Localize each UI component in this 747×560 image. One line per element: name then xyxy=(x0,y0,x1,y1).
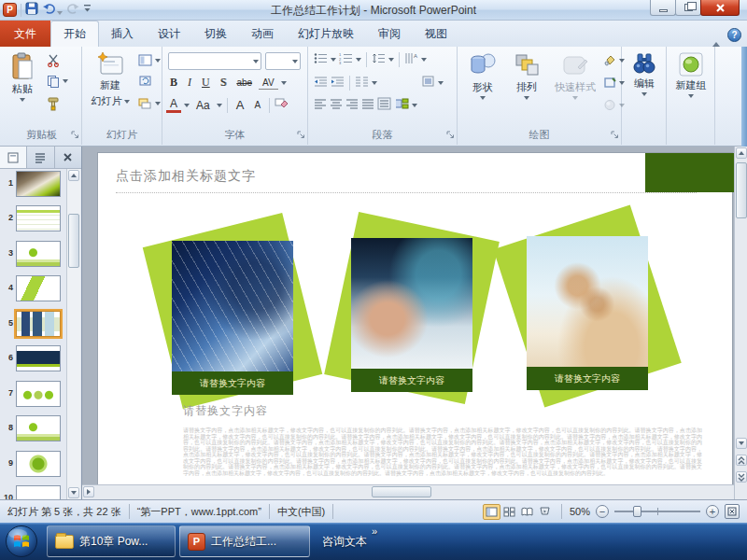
green-corner-shape[interactable] xyxy=(645,153,734,192)
slide-canvas[interactable]: 点击添加相关标题文字 请替换文字内容 请替换文字内容 请替换文字内容 请替换文字… xyxy=(97,152,733,499)
align-right-button[interactable] xyxy=(345,98,359,113)
zoom-out-button[interactable]: − xyxy=(596,505,609,518)
section-button[interactable] xyxy=(138,97,161,109)
tab-animations[interactable]: 动画 xyxy=(239,21,286,47)
line-spacing-button[interactable] xyxy=(372,52,386,67)
bold-button[interactable]: B xyxy=(166,75,181,91)
columns-button[interactable] xyxy=(355,76,369,91)
slide-thumbnail-7[interactable]: 7 xyxy=(0,381,67,407)
slide-thumbnail-5-selected[interactable]: 5 xyxy=(0,311,67,337)
collapse-ribbon-button[interactable] xyxy=(712,29,720,42)
photo-stairs[interactable] xyxy=(172,241,293,371)
scroll-down-button[interactable] xyxy=(736,438,747,449)
close-pane-button[interactable] xyxy=(55,147,81,168)
fit-to-window-button[interactable] xyxy=(725,504,740,519)
vertical-scrollbar[interactable] xyxy=(734,147,747,499)
decrease-indent-button[interactable] xyxy=(314,76,328,91)
scroll-up-button[interactable] xyxy=(68,170,79,181)
clear-formatting-button[interactable] xyxy=(275,97,289,113)
text-direction-button[interactable]: A xyxy=(404,52,418,67)
arrange-button[interactable]: 排列 xyxy=(506,49,547,135)
slide-title-placeholder[interactable]: 点击添加相关标题文字 xyxy=(116,168,256,185)
distribute-button[interactable] xyxy=(377,97,391,113)
font-dialog-launcher[interactable] xyxy=(297,129,305,142)
zoom-slider-thumb[interactable] xyxy=(633,506,641,517)
font-color-button[interactable]: A xyxy=(166,98,181,113)
photo-gears-hand[interactable] xyxy=(527,236,648,367)
horizontal-scrollbar[interactable] xyxy=(82,484,734,499)
new-slide-button[interactable]: 新建 幻灯片 xyxy=(86,49,134,135)
caption-bar[interactable]: 请替换文字内容 xyxy=(351,369,472,392)
tab-view[interactable]: 视图 xyxy=(413,21,459,47)
start-button[interactable] xyxy=(5,525,38,560)
scroll-right-button[interactable] xyxy=(83,486,94,497)
numbering-button[interactable]: 123 xyxy=(339,52,353,67)
drawing-dialog-launcher[interactable] xyxy=(611,129,619,142)
tab-outline[interactable] xyxy=(27,147,54,168)
taskbar-item-powerpoint[interactable]: P 工作总结工... xyxy=(179,525,310,557)
reading-view-button[interactable] xyxy=(518,504,536,520)
scrollbar-thumb[interactable] xyxy=(736,162,747,218)
slide-thumbnail-2[interactable]: 2 xyxy=(0,205,67,231)
tab-slideshow[interactable]: 幻灯片放映 xyxy=(286,21,366,47)
help-button[interactable]: ? xyxy=(727,28,741,42)
restore-button[interactable] xyxy=(675,0,701,16)
strikethrough-button[interactable]: abe xyxy=(233,77,256,89)
paragraph-dialog-launcher[interactable] xyxy=(446,129,455,142)
editing-button[interactable]: 编辑 xyxy=(625,49,664,135)
scrollbar-thumb[interactable] xyxy=(68,214,79,268)
taskbar-toolbar-text[interactable]: 咨询文本 xyxy=(322,534,367,550)
next-slide-button[interactable] xyxy=(736,471,747,483)
tab-transitions[interactable]: 切换 xyxy=(192,21,239,47)
grow-font-button[interactable]: A xyxy=(233,97,248,113)
caption-bar[interactable]: 请替换文字内容 xyxy=(172,371,293,395)
slide-thumbnail-4[interactable]: 4 xyxy=(0,275,67,301)
slide-thumbnail-8[interactable]: 8 xyxy=(0,415,67,441)
slide-thumbnail-1[interactable]: 1 xyxy=(0,171,67,197)
paste-button[interactable]: 粘贴 xyxy=(6,49,39,135)
slide-layout-button[interactable] xyxy=(138,54,161,66)
copy-button[interactable] xyxy=(47,75,68,88)
font-name-combobox[interactable] xyxy=(168,52,261,70)
new-group-button[interactable]: 新建组 xyxy=(669,49,712,135)
minimize-button[interactable] xyxy=(650,0,676,16)
normal-view-button[interactable] xyxy=(483,504,500,520)
section-heading[interactable]: 请替换文字内容 xyxy=(183,403,268,419)
zoom-slider[interactable] xyxy=(614,511,700,512)
scrollbar-thumb[interactable] xyxy=(372,486,431,497)
clipboard-dialog-launcher[interactable] xyxy=(71,129,79,142)
format-painter-button[interactable] xyxy=(47,97,61,111)
convert-smartart-button[interactable] xyxy=(394,97,409,113)
tray-overflow-chevron[interactable]: » xyxy=(372,525,377,537)
shapes-button[interactable]: 形状 xyxy=(463,49,502,135)
tab-review[interactable]: 审阅 xyxy=(366,21,413,47)
underline-button[interactable]: U xyxy=(198,75,214,91)
tab-design[interactable]: 设计 xyxy=(146,21,192,47)
font-size-combobox[interactable] xyxy=(265,52,301,70)
italic-button[interactable]: I xyxy=(184,75,195,91)
slide-sorter-view-button[interactable] xyxy=(500,504,518,520)
align-left-button[interactable] xyxy=(314,98,327,113)
tab-home[interactable]: 开始 xyxy=(50,21,99,47)
language-indicator[interactable]: 中文(中国) xyxy=(277,505,325,519)
increase-indent-button[interactable] xyxy=(331,76,345,91)
slide-thumbnail-9[interactable]: 9 xyxy=(0,451,67,477)
body-text-placeholder[interactable]: 请替换文字内容，点击添加相关标题文字，修改文字内容，也可以直接复制你的内容到此。… xyxy=(183,427,702,476)
slide-thumbnail-3[interactable]: 3 xyxy=(0,241,67,267)
change-case-button[interactable]: Aa xyxy=(192,98,214,113)
reset-slide-button[interactable] xyxy=(138,75,152,87)
caption-bar[interactable]: 请替换文字内容 xyxy=(527,367,648,390)
previous-slide-button[interactable] xyxy=(736,455,747,466)
slides-pane-scrollbar[interactable] xyxy=(66,169,80,499)
character-spacing-button[interactable]: AV xyxy=(259,77,278,90)
text-shadow-button[interactable]: S xyxy=(217,75,231,91)
taskbar-item-folder[interactable]: 第10章 Pow... xyxy=(47,525,176,557)
cut-button[interactable] xyxy=(47,54,60,67)
close-button[interactable] xyxy=(700,0,740,16)
photo-hand-mouse[interactable] xyxy=(351,238,472,369)
justify-button[interactable] xyxy=(361,98,374,113)
scroll-down-button[interactable] xyxy=(68,487,79,498)
align-text-button[interactable] xyxy=(421,75,435,91)
quick-styles-button[interactable]: 快速样式 xyxy=(549,49,601,135)
zoom-in-button[interactable]: + xyxy=(706,505,719,518)
